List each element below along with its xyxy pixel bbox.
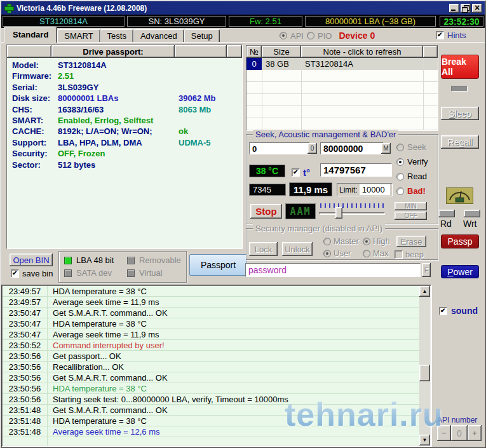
device-row-size[interactable]: 38 GB <box>266 59 289 69</box>
log-scrollbar[interactable]: ▲ ▼ <box>419 286 430 445</box>
verify-radio[interactable] <box>396 158 404 166</box>
temp-label: t° <box>303 167 310 178</box>
passport-label: CHS: <box>12 105 32 114</box>
log-time: 23:51:48 <box>3 427 47 437</box>
device-col-num[interactable]: № <box>246 46 262 58</box>
beep-checkbox[interactable] <box>395 250 403 259</box>
stop-button[interactable]: Stop <box>250 204 282 219</box>
read-radio-label: Read <box>407 172 427 181</box>
seek-radio[interactable] <box>396 144 404 151</box>
user-radio[interactable] <box>323 250 331 257</box>
passport-header-title[interactable]: Drive passport: <box>51 45 175 58</box>
power-button[interactable]: Power <box>441 265 479 278</box>
passport-extra: ok <box>179 126 188 136</box>
seek-time-display: 11,9 ms <box>289 182 332 196</box>
erase-label: Erase <box>401 237 422 247</box>
scroll-up-button[interactable]: ▲ <box>419 286 430 297</box>
slider-thumb[interactable] <box>335 207 342 219</box>
log-time: 23:50:56 <box>3 362 47 372</box>
scroll-down-button[interactable]: ▼ <box>419 435 430 445</box>
device-row-num[interactable]: 0 <box>246 58 262 70</box>
password-field[interactable] <box>245 263 421 277</box>
aam-min-button[interactable]: MIN <box>395 202 427 210</box>
read-radio[interactable] <box>396 173 404 180</box>
log-row-6: 23:50:56Get passport... OK <box>3 351 419 362</box>
api-radio[interactable] <box>280 32 287 39</box>
high-radio[interactable] <box>363 238 370 245</box>
save-bin-checkbox[interactable] <box>11 269 19 278</box>
position-field[interactable] <box>320 163 392 177</box>
device-row-0[interactable]: 0 38 GB ST3120814A <box>246 58 438 70</box>
start-reset-button[interactable]: 0 <box>307 143 317 154</box>
sleep-button[interactable]: Sleep <box>441 107 479 120</box>
bad-radio-row: Bad! <box>396 186 426 196</box>
device-col-note[interactable]: Note - click to refresh <box>301 46 423 58</box>
unlock-button[interactable]: Unlock <box>282 242 313 256</box>
restore-button[interactable] <box>461 4 471 13</box>
removable-indicator <box>127 257 135 264</box>
max-label: Max <box>373 248 389 258</box>
recall-button[interactable]: Recall <box>441 135 479 149</box>
tab-setup[interactable]: Setup <box>184 29 220 43</box>
window-title: Victoria 4.46b Freeware (12.08.2008) <box>17 4 448 13</box>
open-bin-button[interactable]: Open BIN <box>10 254 53 266</box>
passport-header-blank3[interactable] <box>227 45 242 58</box>
log-time: 23:50:56 <box>3 351 47 361</box>
log-time: 23:50:52 <box>3 341 47 350</box>
aam-slider[interactable] <box>319 202 388 220</box>
start-lba-field[interactable] <box>249 142 310 154</box>
erase-button[interactable]: Erase <box>396 236 426 247</box>
break-all-button[interactable]: Break All <box>441 55 479 79</box>
log-time: 23:49:57 <box>3 297 47 307</box>
end-lba-input[interactable] <box>321 144 383 154</box>
spinner-plus-button[interactable]: + <box>468 425 482 441</box>
bad-radio-label: Bad! <box>407 186 426 196</box>
aam-min-label: MIN <box>405 203 416 210</box>
tab-tests[interactable]: Tests <box>100 29 133 43</box>
temp-checkbox[interactable] <box>292 168 300 177</box>
passport-value: 8192k; L/A=ON; Wr=ON; <box>58 126 152 136</box>
log-message: HDA temperature = 38 °C <box>47 383 419 393</box>
bad-radio[interactable] <box>396 187 404 195</box>
read-led-label: Rd <box>440 219 452 229</box>
start-lba-input[interactable] <box>250 144 309 154</box>
device-col-blank[interactable] <box>423 46 438 58</box>
hints-checkbox[interactable] <box>436 31 444 39</box>
sound-checkbox[interactable] <box>439 307 447 315</box>
tab-smart[interactable]: SMART <box>57 29 100 43</box>
device-col-size[interactable]: Size <box>262 46 301 58</box>
spinner-value: 0 <box>451 425 468 441</box>
limit-input[interactable] <box>360 184 390 195</box>
lock-button[interactable]: Lock <box>249 242 278 256</box>
slider-track[interactable] <box>319 212 385 215</box>
position-input[interactable] <box>321 164 391 176</box>
passport-button[interactable]: Passport <box>189 254 247 276</box>
aam-off-button[interactable]: OFF <box>395 212 427 220</box>
pio-radio[interactable] <box>307 32 314 39</box>
log-row-9: 23:50:56HDA temperature = 38 °C <box>3 383 419 394</box>
passport-header-blank2[interactable] <box>175 45 227 58</box>
user-radio-row: User <box>323 248 351 258</box>
master-radio[interactable] <box>323 238 331 245</box>
tab-standard[interactable]: Standard <box>4 27 57 43</box>
scroll-thumb[interactable] <box>419 365 430 381</box>
password-input[interactable] <box>246 264 420 276</box>
passport-header-blank1[interactable] <box>7 45 51 58</box>
high-label: High <box>373 236 390 246</box>
max-lba-button[interactable]: M <box>381 143 391 154</box>
passp-button[interactable]: Passp <box>441 234 479 248</box>
tab-advanced[interactable]: Advanced <box>133 29 184 43</box>
log-time: 23:50:47 <box>3 330 47 339</box>
write-led-label: Wrt <box>463 219 477 229</box>
log-time: 23:51:48 <box>3 405 47 415</box>
busy-indicator <box>451 86 468 92</box>
spinner-minus-button[interactable]: − <box>437 425 451 441</box>
api-number-spinner: − 0 + <box>437 425 482 441</box>
device-row-note[interactable]: ST3120814A <box>305 59 353 69</box>
max-radio[interactable] <box>363 250 370 257</box>
end-lba-field[interactable] <box>320 142 384 154</box>
close-button[interactable] <box>472 4 482 13</box>
minimize-button[interactable] <box>449 4 459 13</box>
password-f-button[interactable]: F <box>422 263 431 277</box>
passport-row-1: Firmware:2.51 <box>7 71 242 82</box>
